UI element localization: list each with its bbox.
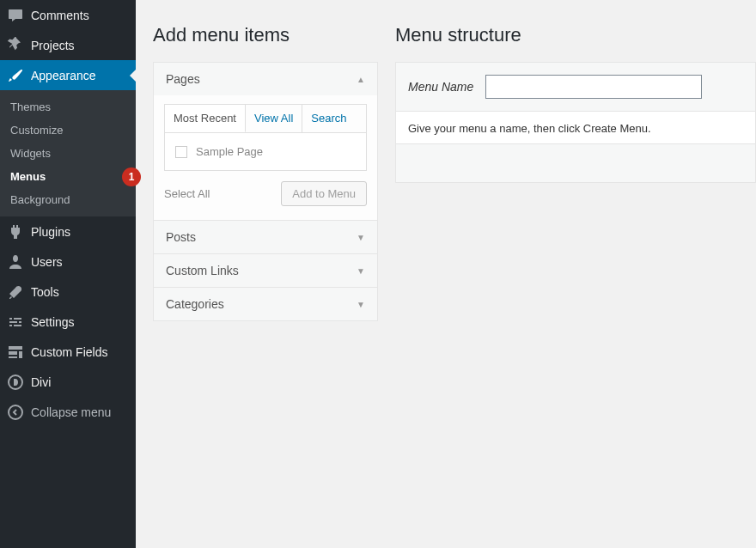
pin-icon [7, 37, 24, 54]
chevron-down-icon: ▼ [357, 266, 365, 276]
sidebar-item-comments[interactable]: Comments [0, 0, 136, 30]
plugin-icon [7, 223, 24, 241]
sidebar-item-label: Users [31, 255, 63, 269]
pages-tabs: Most Recent View All Search [164, 104, 367, 132]
page-item-sample-page[interactable]: Sample Page [175, 145, 356, 158]
sidebar-item-projects[interactable]: Projects [0, 30, 136, 60]
sidebar-submenu-appearance: Themes Customize Widgets Menus 1 Backgro… [0, 90, 136, 216]
sidebar-item-label: Divi [31, 375, 51, 389]
admin-sidebar: Comments Projects Appearance Themes Cust… [0, 0, 136, 548]
sidebar-item-label: Projects [31, 39, 75, 52]
chevron-down-icon: ▼ [357, 300, 365, 309]
select-all-link[interactable]: Select All [164, 187, 210, 200]
comments-icon [7, 7, 24, 24]
menu-name-label: Menu Name [408, 80, 473, 94]
tab-view-all[interactable]: View All [246, 105, 302, 132]
sidebar-item-plugins[interactable]: Plugins [0, 216, 136, 247]
main-content: Add menu items Pages ▲ Most Recent View … [136, 0, 756, 548]
divi-icon [7, 374, 24, 391]
tab-search[interactable]: Search [302, 105, 355, 132]
chevron-down-icon: ▼ [357, 233, 365, 242]
menu-structure-footer [396, 144, 755, 182]
menu-structure-heading: Menu structure [395, 24, 756, 46]
accordion-header-categories[interactable]: Categories ▼ [154, 287, 377, 320]
submenu-item-themes[interactable]: Themes [0, 95, 136, 119]
sidebar-item-label: Plugins [31, 225, 70, 239]
add-to-menu-button[interactable]: Add to Menu [281, 181, 367, 206]
accordion-title: Custom Links [166, 264, 239, 277]
svg-point-1 [9, 405, 22, 419]
submenu-item-widgets[interactable]: Widgets [0, 142, 136, 165]
sidebar-collapse[interactable]: Collapse menu [0, 397, 136, 427]
submenu-item-menus[interactable]: Menus 1 [0, 165, 136, 188]
tab-most-recent[interactable]: Most Recent [165, 105, 246, 132]
sidebar-item-label: Settings [31, 315, 75, 329]
sidebar-collapse-label: Collapse menu [31, 405, 111, 419]
tools-icon [7, 283, 24, 301]
accordion-body-pages: Most Recent View All Search Sample Page [154, 95, 377, 220]
menu-structure-panel: Menu Name Give your menu a name, then cl… [395, 62, 756, 183]
sidebar-item-label: Custom Fields [31, 345, 107, 359]
sidebar-item-settings[interactable]: Settings [0, 307, 136, 337]
collapse-icon [7, 404, 24, 421]
settings-icon [7, 314, 24, 331]
menu-structure-instruction: Give your menu a name, then click Create… [396, 112, 755, 144]
sidebar-item-label: Tools [31, 285, 59, 299]
menu-name-input[interactable] [485, 75, 702, 99]
chevron-up-icon: ▲ [357, 75, 365, 84]
page-item-label: Sample Page [196, 145, 263, 158]
add-menu-items-heading: Add menu items [153, 24, 378, 46]
accordion-header-custom-links[interactable]: Custom Links ▼ [154, 253, 377, 287]
accordion-title: Pages [166, 72, 200, 86]
add-menu-items-accordion: Pages ▲ Most Recent View All Search [153, 62, 378, 321]
annotation-badge: 1 [122, 167, 141, 186]
accordion-header-pages[interactable]: Pages ▲ [154, 63, 377, 95]
brush-icon [7, 67, 24, 84]
accordion-header-posts[interactable]: Posts ▼ [154, 220, 377, 253]
accordion-title: Categories [166, 297, 224, 311]
submenu-item-customize[interactable]: Customize [0, 119, 136, 142]
accordion-title: Posts [166, 230, 196, 244]
checkbox-icon[interactable] [175, 146, 187, 158]
menu-structure-header: Menu Name [396, 63, 755, 112]
sidebar-item-label: Comments [31, 9, 89, 22]
submenu-item-background[interactable]: Background [0, 188, 136, 211]
sidebar-item-users[interactable]: Users [0, 247, 136, 277]
sidebar-item-appearance[interactable]: Appearance [0, 60, 136, 90]
custom-fields-icon [7, 344, 24, 361]
sidebar-item-tools[interactable]: Tools [0, 277, 136, 307]
sidebar-item-custom-fields[interactable]: Custom Fields [0, 337, 136, 367]
sidebar-item-label: Appearance [31, 69, 96, 82]
sidebar-item-divi[interactable]: Divi [0, 367, 136, 397]
pages-tab-content: Sample Page [164, 132, 367, 171]
users-icon [7, 253, 24, 271]
